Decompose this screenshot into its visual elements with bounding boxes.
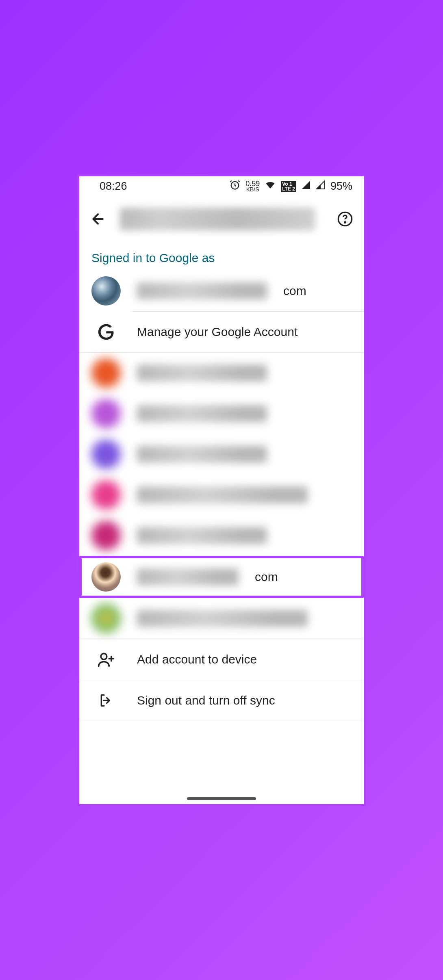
account-email-redacted xyxy=(137,610,308,627)
avatar xyxy=(91,440,121,469)
account-email-redacted xyxy=(137,405,267,422)
account-row[interactable] xyxy=(79,393,364,434)
manage-google-account-row[interactable]: Manage your Google Account xyxy=(79,312,364,352)
manage-google-account-label: Manage your Google Account xyxy=(137,325,298,339)
phone-frame: 08:26 0.59 KB/S Vo 1LTE 2 95% xyxy=(77,174,366,806)
help-button[interactable] xyxy=(336,210,354,228)
signal-icon-2 xyxy=(316,180,326,193)
signed-in-label: Signed in to Google as xyxy=(79,241,364,271)
back-button[interactable] xyxy=(89,210,107,228)
account-row[interactable] xyxy=(79,515,364,556)
status-bar: 08:26 0.59 KB/S Vo 1LTE 2 95% xyxy=(79,176,364,197)
appbar-title-redacted xyxy=(120,208,315,230)
app-bar xyxy=(79,197,364,241)
battery-percent: 95% xyxy=(330,180,352,193)
google-icon xyxy=(91,317,121,347)
account-email-redacted xyxy=(137,527,267,544)
primary-avatar xyxy=(91,276,121,306)
account-email-redacted xyxy=(137,364,267,382)
status-time: 08:26 xyxy=(100,180,127,193)
account-row[interactable] xyxy=(79,475,364,515)
highlighted-avatar xyxy=(91,562,121,592)
highlighted-account-row[interactable]: com xyxy=(79,556,364,598)
highlighted-email-suffix: com xyxy=(255,570,278,584)
sign-out-row[interactable]: Sign out and turn off sync xyxy=(79,680,364,721)
net-speed-indicator: 0.59 KB/S xyxy=(245,180,260,192)
add-account-icon xyxy=(91,645,121,674)
avatar xyxy=(91,604,121,633)
sign-out-label: Sign out and turn off sync xyxy=(137,694,275,707)
primary-email-suffix: com xyxy=(283,284,306,298)
home-indicator[interactable] xyxy=(187,797,256,800)
lte-indicator: Vo 1LTE 2 xyxy=(281,181,296,192)
signal-icon xyxy=(301,180,311,193)
avatar xyxy=(91,358,121,388)
avatar xyxy=(91,480,121,510)
account-email-redacted xyxy=(137,486,308,503)
alarm-icon xyxy=(229,179,241,193)
highlighted-email-redacted xyxy=(137,568,239,585)
wifi-icon xyxy=(265,179,276,193)
sign-out-icon xyxy=(91,686,121,715)
account-row[interactable] xyxy=(79,598,364,639)
avatar xyxy=(91,521,121,550)
account-row[interactable] xyxy=(79,353,364,393)
svg-point-2 xyxy=(345,222,346,223)
svg-point-3 xyxy=(101,653,107,659)
add-account-row[interactable]: Add account to device xyxy=(79,639,364,680)
account-email-redacted xyxy=(137,446,267,463)
primary-account-row[interactable]: com xyxy=(79,271,364,311)
account-row[interactable] xyxy=(79,434,364,475)
add-account-label: Add account to device xyxy=(137,653,257,666)
avatar xyxy=(91,399,121,428)
primary-email-redacted xyxy=(137,282,267,299)
